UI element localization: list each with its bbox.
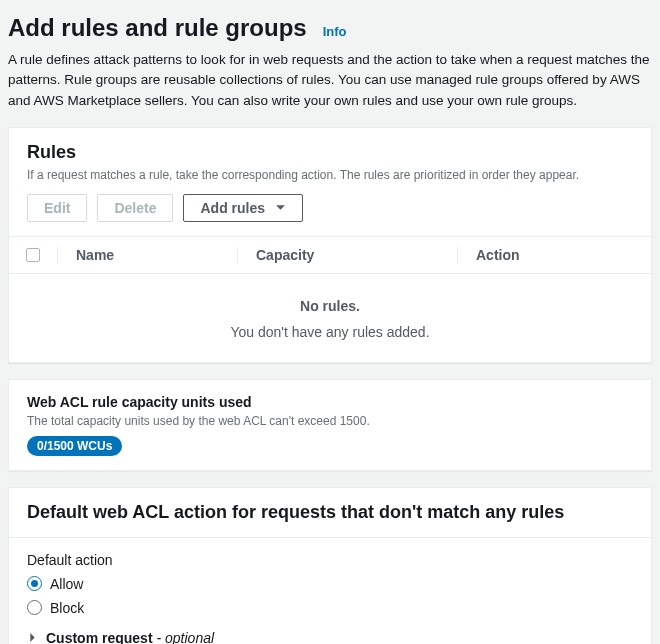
radio-allow[interactable]: Allow <box>27 576 633 592</box>
rules-panel-subtitle: If a request matches a rule, take the co… <box>27 167 633 184</box>
edit-button: Edit <box>27 194 87 222</box>
col-capacity: Capacity <box>237 247 457 263</box>
radio-block[interactable]: Block <box>27 600 633 616</box>
rules-panel: Rules If a request matches a rule, take … <box>8 127 652 363</box>
empty-state: No rules. You don't have any rules added… <box>9 274 651 362</box>
radio-block-input[interactable] <box>27 600 42 615</box>
custom-request-label: Custom request - optional <box>46 630 214 644</box>
table-header: Name Capacity Action <box>9 236 651 274</box>
default-action-panel: Default web ACL action for requests that… <box>8 487 652 644</box>
empty-desc: You don't have any rules added. <box>9 324 651 340</box>
rules-panel-title: Rules <box>27 142 633 163</box>
select-all-checkbox[interactable] <box>26 248 40 262</box>
delete-button: Delete <box>97 194 173 222</box>
default-action-title: Default web ACL action for requests that… <box>27 502 633 523</box>
capacity-title: Web ACL rule capacity units used <box>27 394 633 410</box>
default-action-label: Default action <box>27 552 633 568</box>
col-action: Action <box>457 247 651 263</box>
empty-title: No rules. <box>9 298 651 314</box>
info-link[interactable]: Info <box>323 24 347 39</box>
capacity-desc: The total capacity units used by the web… <box>27 414 633 428</box>
page-description: A rule defines attack patterns to look f… <box>8 50 652 111</box>
add-rules-label: Add rules <box>200 200 265 216</box>
custom-request-expand[interactable]: Custom request - optional <box>27 630 633 644</box>
page-title: Add rules and rule groups <box>8 14 307 42</box>
col-name: Name <box>57 247 237 263</box>
radio-allow-input[interactable] <box>27 576 42 591</box>
add-rules-button[interactable]: Add rules <box>183 194 303 222</box>
capacity-badge: 0/1500 WCUs <box>27 436 122 456</box>
radio-block-label: Block <box>50 600 84 616</box>
radio-allow-label: Allow <box>50 576 83 592</box>
caret-right-icon <box>27 630 38 644</box>
capacity-panel: Web ACL rule capacity units used The tot… <box>8 379 652 471</box>
caret-down-icon <box>275 200 286 216</box>
